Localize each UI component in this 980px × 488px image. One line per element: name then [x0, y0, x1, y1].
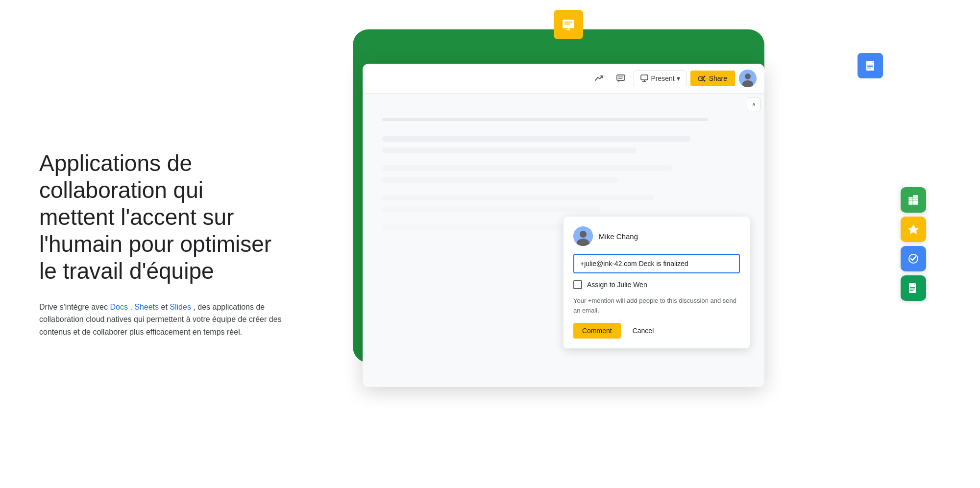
- svg-rect-33: [913, 197, 918, 199]
- svg-rect-35: [913, 199, 918, 201]
- slide-area: ∧ Mike Chang: [363, 94, 764, 387]
- present-button[interactable]: Present ▾: [634, 71, 686, 86]
- slide-line-3: [382, 165, 672, 171]
- avatar-image: [739, 70, 757, 87]
- slides-icon: [560, 16, 577, 33]
- svg-point-26: [580, 231, 587, 238]
- svg-rect-44: [910, 289, 915, 290]
- docs-link[interactable]: Docs: [110, 303, 127, 311]
- svg-rect-30: [908, 195, 913, 197]
- svg-rect-19: [699, 77, 703, 80]
- sheets-link[interactable]: Sheets: [134, 303, 159, 311]
- comment-actions: Comment Cancel: [573, 323, 740, 339]
- keep-icon[interactable]: [901, 217, 926, 242]
- sheets-icon-bottom[interactable]: [901, 275, 926, 301]
- comment-panel: Mike Chang +julie@ink-42.com Deck is fin…: [564, 217, 750, 348]
- svg-rect-7: [568, 28, 569, 29]
- mention-note: Your +mention will add people to this di…: [573, 296, 740, 315]
- svg-rect-5: [564, 24, 570, 24]
- share-label: Share: [709, 74, 727, 82]
- sheets-icon-svg-bottom: [906, 281, 921, 295]
- left-content: Applications de collaboration qui metten…: [39, 150, 314, 339]
- slide-line-2: [382, 147, 636, 153]
- slides-card: Present ▾ Share: [363, 64, 764, 387]
- docs-icon: [862, 58, 878, 73]
- sep1: ,: [130, 303, 134, 311]
- slide-line-5: [382, 195, 654, 200]
- cancel-button[interactable]: Cancel: [627, 323, 660, 339]
- slides-link[interactable]: Slides: [170, 303, 191, 311]
- comment-input-text: +julie@ink-42.com Deck is finalized: [580, 260, 688, 268]
- sheets-icon-1[interactable]: [901, 187, 926, 213]
- commenter-name: Mike Chang: [599, 232, 638, 241]
- trend-icon-btn[interactable]: [590, 70, 608, 87]
- slide-line-4: [382, 177, 618, 183]
- sheets-icon-svg-1: [906, 193, 921, 207]
- user-avatar[interactable]: [739, 70, 757, 87]
- comment-button[interactable]: Comment: [573, 323, 621, 339]
- svg-rect-6: [566, 29, 570, 30]
- main-heading: Applications de collaboration qui metten…: [39, 150, 284, 285]
- toolbar: Present ▾ Share: [363, 64, 764, 94]
- right-content: Present ▾ Share: [314, 0, 941, 488]
- description-start: Drive s'intègre avec: [39, 303, 110, 311]
- tasks-icon[interactable]: [901, 246, 926, 271]
- svg-point-20: [704, 76, 705, 77]
- share-button[interactable]: Share: [690, 71, 735, 86]
- present-chevron: ▾: [677, 74, 680, 82]
- svg-rect-10: [867, 65, 873, 66]
- commenter-avatar: [573, 226, 593, 246]
- comment-icon-btn[interactable]: [612, 70, 630, 87]
- svg-rect-31: [913, 195, 918, 197]
- commenter-row: Mike Chang: [573, 226, 740, 246]
- assign-label: Assign to Julie Wen: [587, 281, 647, 289]
- svg-rect-12: [867, 68, 871, 69]
- collapse-button[interactable]: ∧: [747, 98, 760, 111]
- svg-rect-13: [617, 75, 625, 80]
- trend-icon: [594, 73, 604, 83]
- mike-avatar-image: [573, 226, 593, 246]
- svg-point-21: [704, 80, 705, 82]
- assign-row: Assign to Julie Wen: [573, 280, 740, 289]
- present-icon: [640, 74, 649, 83]
- tasks-icon-svg: [906, 251, 921, 266]
- svg-rect-32: [908, 197, 913, 199]
- svg-rect-43: [910, 287, 915, 288]
- right-icons-panel: [901, 187, 926, 301]
- svg-rect-36: [908, 201, 913, 205]
- slide-ruler: [382, 118, 709, 121]
- svg-rect-4: [564, 22, 572, 23]
- slide-line-1: [382, 136, 690, 142]
- svg-rect-45: [910, 290, 913, 291]
- svg-rect-11: [867, 66, 873, 67]
- sep2: et: [161, 303, 170, 311]
- comment-input[interactable]: +julie@ink-42.com Deck is finalized: [573, 254, 740, 273]
- slide-line-6: [382, 206, 600, 212]
- comment-icon: [616, 73, 626, 83]
- assign-checkbox[interactable]: [573, 280, 582, 289]
- svg-rect-16: [641, 75, 648, 80]
- description: Drive s'intègre avec Docs , Sheets et Sl…: [39, 301, 284, 339]
- svg-rect-34: [908, 199, 913, 201]
- slides-floating-icon: [554, 10, 583, 39]
- present-label: Present: [651, 74, 674, 82]
- svg-rect-37: [913, 201, 918, 205]
- chevron-up-icon: ∧: [752, 101, 756, 108]
- share-icon: [698, 74, 706, 82]
- docs-floating-icon: [858, 53, 883, 78]
- svg-point-23: [745, 73, 751, 79]
- keep-icon-svg: [906, 222, 921, 237]
